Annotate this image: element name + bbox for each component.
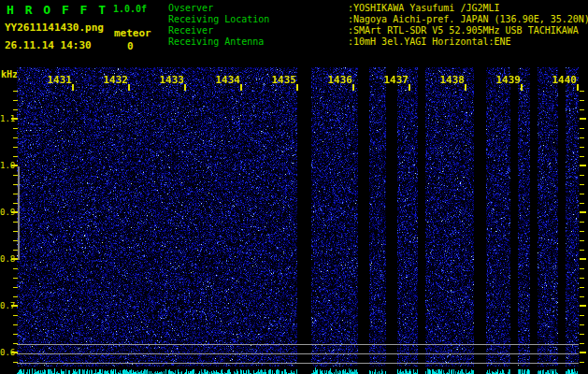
time-tick xyxy=(72,84,74,91)
freq-minor-tick-left xyxy=(13,296,18,297)
time-tick-label: 1432 xyxy=(100,75,128,85)
app-version: 1.0.0f xyxy=(113,4,147,14)
freq-minor-tick-right xyxy=(580,175,584,176)
freq-minor-tick-right xyxy=(580,194,584,194)
freq-minor-tick-left xyxy=(13,343,18,344)
info-value: :10mH 3el.YAGI Horizontal:ENE xyxy=(348,36,511,48)
freq-minor-tick-right xyxy=(580,147,584,148)
time-tick-label: 1431 xyxy=(44,75,72,85)
time-tick-label: 1436 xyxy=(324,75,352,85)
freq-major-tick-right xyxy=(580,305,586,307)
app-title: H R O F F T xyxy=(7,3,108,17)
time-tick xyxy=(296,84,298,91)
datetime-label: 26.11.14 14:30 xyxy=(5,39,92,51)
freq-minor-tick-right xyxy=(580,278,584,279)
freq-minor-tick-left xyxy=(13,231,18,232)
time-tick-label: 1434 xyxy=(212,75,240,85)
freq-major-tick-right xyxy=(580,118,586,120)
freq-minor-tick-left xyxy=(13,100,18,101)
info-label: Ovserver xyxy=(168,3,348,14)
freq-major-tick-left xyxy=(11,211,18,213)
freq-minor-tick-left xyxy=(13,109,18,110)
freq-major-tick-right xyxy=(580,211,586,213)
freq-minor-tick-left xyxy=(13,194,18,194)
freq-minor-tick-right xyxy=(580,240,584,241)
freq-minor-tick-left xyxy=(13,362,18,363)
info-row-location: Receiving Location:Nagoya Aichi-pref. JA… xyxy=(168,14,588,25)
freq-minor-tick-left xyxy=(13,278,18,279)
freq-minor-tick-right xyxy=(580,334,584,335)
freq-minor-tick-left xyxy=(13,175,18,176)
time-tick-label: 1440 xyxy=(549,75,577,85)
freq-minor-tick-left xyxy=(13,250,18,251)
freq-minor-tick-left xyxy=(13,334,18,335)
time-tick-label: 1435 xyxy=(268,75,296,85)
time-tick xyxy=(577,84,579,91)
freq-major-tick-left xyxy=(11,258,18,260)
freq-minor-tick-right xyxy=(580,343,584,344)
freq-minor-tick-left xyxy=(13,268,18,269)
freq-major-tick-left xyxy=(11,305,18,307)
freq-minor-tick-right xyxy=(580,250,584,251)
freq-minor-tick-right xyxy=(580,156,584,157)
info-label: Receiving Antenna xyxy=(168,36,348,48)
freq-minor-tick-right xyxy=(580,296,584,297)
hrofft-window: H R O F F T 1.0.0f YY2611141430.png mete… xyxy=(0,0,588,374)
freq-major-tick-right xyxy=(580,352,586,353)
freq-minor-tick-left xyxy=(13,222,18,223)
freq-minor-tick-left xyxy=(13,137,18,138)
freq-minor-tick-left xyxy=(13,156,18,157)
info-row-antenna: Receiving Antenna:10mH 3el.YAGI Horizont… xyxy=(168,36,588,48)
freq-minor-tick-right xyxy=(580,109,584,110)
freq-major-tick-right xyxy=(580,258,586,260)
time-tick xyxy=(465,84,466,91)
time-tick xyxy=(184,84,186,91)
freq-axis-unit-label: kHz xyxy=(1,70,18,79)
freq-minor-tick-right xyxy=(580,184,584,185)
freq-minor-tick-right xyxy=(580,324,584,325)
station-info-block: Ovserver:YOSHIKAWA Yasufumi /JG2MLI Rece… xyxy=(168,3,588,48)
freq-minor-tick-right xyxy=(580,137,584,138)
freq-minor-tick-right xyxy=(580,231,584,232)
freq-minor-tick-left xyxy=(13,287,18,288)
time-tick xyxy=(128,84,130,91)
time-tick-label: 1439 xyxy=(493,75,521,85)
mode-label: meteor xyxy=(114,27,151,39)
info-value: :SMArt RTL-SDR V5 52.905MHz USB TACHIKAW… xyxy=(348,25,579,36)
freq-minor-tick-right xyxy=(580,100,584,101)
freq-minor-tick-left xyxy=(13,315,18,316)
spectrogram-canvas xyxy=(17,67,579,374)
info-label: Receiver xyxy=(168,25,348,36)
freq-major-tick-left xyxy=(11,165,18,166)
time-tick xyxy=(240,84,242,91)
freq-minor-tick-right xyxy=(580,128,584,129)
freq-major-tick-left xyxy=(11,352,18,353)
freq-minor-tick-left xyxy=(13,91,18,92)
freq-minor-tick-right xyxy=(580,268,584,269)
info-row-observer: Ovserver:YOSHIKAWA Yasufumi /JG2MLI xyxy=(168,3,588,14)
freq-minor-tick-right xyxy=(580,222,584,223)
freq-major-tick-right xyxy=(580,165,586,166)
freq-minor-tick-left xyxy=(13,203,18,204)
time-tick-label: 1433 xyxy=(156,75,184,85)
freq-minor-tick-left xyxy=(13,184,18,185)
time-tick xyxy=(521,84,523,91)
freq-minor-tick-right xyxy=(580,203,584,204)
freq-minor-tick-right xyxy=(580,362,584,363)
echo-count: 0 xyxy=(127,40,134,52)
freq-minor-tick-right xyxy=(580,91,584,92)
freq-minor-tick-left xyxy=(13,240,18,241)
time-tick xyxy=(352,84,354,91)
freq-minor-tick-left xyxy=(13,147,18,148)
info-value: :Nagoya Aichi-pref. JAPAN (136.90E, 35.2… xyxy=(348,14,588,25)
output-filename: YY2611141430.png xyxy=(5,22,104,34)
time-tick xyxy=(409,84,410,91)
info-row-receiver: Receiver:SMArt RTL-SDR V5 52.905MHz USB … xyxy=(168,25,588,36)
freq-minor-tick-right xyxy=(580,315,584,316)
info-value: :YOSHIKAWA Yasufumi /JG2MLI xyxy=(348,3,500,14)
time-tick-label: 1438 xyxy=(437,75,465,85)
freq-minor-tick-right xyxy=(580,287,584,288)
freq-major-tick-left xyxy=(11,118,18,120)
time-tick-label: 1437 xyxy=(380,75,409,85)
freq-minor-tick-left xyxy=(13,128,18,129)
